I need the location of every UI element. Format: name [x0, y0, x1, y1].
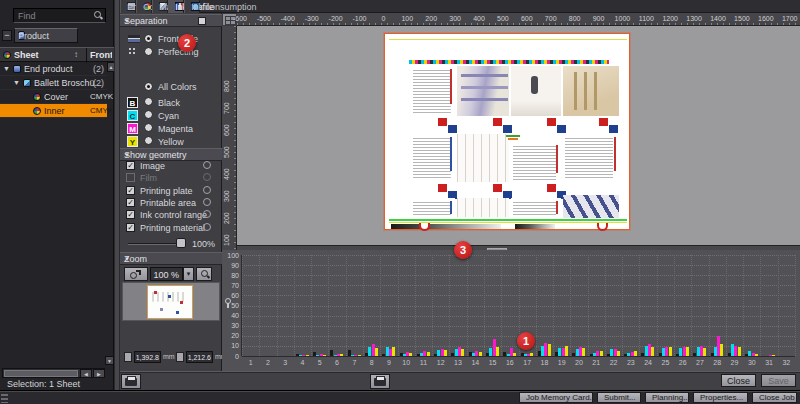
color-option-black[interactable]: BBlack	[126, 97, 222, 109]
perfecting-icon	[128, 48, 136, 56]
checkbox-printing-material[interactable]: ✓	[126, 223, 135, 232]
save-button[interactable]: Save	[761, 374, 796, 387]
zoom-level-field[interactable]: 100 %	[150, 267, 183, 281]
checkbox-printing-plate[interactable]: ✓	[126, 186, 135, 195]
section-title: Separation	[124, 16, 168, 26]
properties-button[interactable]: Properties...	[693, 392, 748, 403]
ink-bar-yellow	[375, 348, 378, 356]
close-job-button[interactable]: Close Job	[752, 392, 797, 403]
all-colors-radio[interactable]	[144, 82, 153, 91]
register-mark-blue	[557, 125, 566, 133]
column-header-sheet[interactable]: Sheet	[14, 50, 39, 60]
annotation-badge-3: 3	[454, 241, 472, 259]
column-header-front-colors[interactable]: Front C	[90, 50, 112, 60]
ink-zone-chart[interactable]: 1009080706050403020100123456789101112131…	[222, 250, 800, 371]
sheet-preview[interactable]	[384, 33, 630, 230]
close-button[interactable]: Close	[721, 374, 756, 387]
page-text-block	[411, 134, 455, 182]
tab-materials[interactable]: Materials	[152, 0, 168, 13]
geometry-option-film[interactable]: Film	[126, 173, 222, 185]
geometry-option-printing-material[interactable]: ✓Printing material	[126, 223, 222, 235]
zoom-tool-button[interactable]	[124, 267, 148, 281]
sheet-thumbnail[interactable]	[147, 285, 193, 319]
ink-bar-yellow	[479, 352, 482, 356]
geometry-option-ink-control-range[interactable]: ✓Ink control range	[126, 210, 222, 222]
tree-scroll-down-button[interactable]: ▼	[105, 356, 114, 365]
job-memory-card-button[interactable]: Job Memory Card...	[519, 392, 593, 403]
x-axis-tick-label: 27	[691, 359, 709, 366]
planning-button[interactable]: Planning...	[645, 392, 689, 403]
side-option-front-side[interactable]: Front side	[126, 34, 222, 46]
ruler-tick-label: 200	[418, 15, 444, 22]
color-radio[interactable]	[144, 136, 153, 145]
spinner-icon: ↕	[18, 31, 22, 40]
color-option-magenta[interactable]: MMagenta	[126, 123, 222, 135]
geometry-option-printing-plate[interactable]: ✓Printing plate	[126, 186, 222, 198]
zoom-level-dropdown[interactable]: ▼	[183, 267, 194, 281]
column-divider[interactable]	[86, 48, 87, 63]
sort-icon[interactable]: ↕	[74, 50, 78, 59]
sheet-preview-area[interactable]	[237, 26, 800, 245]
color-option-cyan[interactable]: CCyan	[126, 110, 222, 122]
view-selector-dropdown[interactable]: Product ↕	[14, 28, 78, 43]
color-indicator[interactable]	[203, 198, 211, 206]
x-axis-tick-label: 4	[293, 359, 311, 366]
x-axis-tick-label: 1	[242, 359, 260, 366]
tab-ink-profile[interactable]: Ink profile	[168, 0, 184, 13]
gridline-vertical	[467, 255, 468, 356]
checkbox-image[interactable]: ✓	[126, 161, 135, 170]
color-radio[interactable]	[144, 123, 153, 132]
register-mark-red	[493, 118, 502, 126]
all-colors-option[interactable]: All Colors	[126, 82, 222, 94]
color-indicator[interactable]	[203, 223, 211, 231]
product-tree-panel: − Product ↕ Sheet ↕ Front C ▼End product…	[0, 0, 114, 392]
side-radio[interactable]	[144, 34, 153, 43]
geometry-section-header[interactable]: ▼Show geometry	[120, 148, 222, 161]
tab-colors[interactable]: Colors	[136, 0, 152, 13]
side-radio[interactable]	[144, 47, 153, 56]
tree-row-count: (2)	[93, 78, 104, 88]
color-indicator[interactable]	[203, 210, 211, 218]
scroll-left-button[interactable]: ◀	[80, 369, 92, 378]
geometry-option-printable-area[interactable]: ✓Printable area	[126, 198, 222, 210]
ink-bar-yellow	[444, 350, 447, 356]
color-indicator[interactable]	[203, 186, 211, 194]
tree-row-cover[interactable]: CoverCMYK	[0, 90, 107, 104]
ink-bar-yellow	[651, 347, 654, 356]
tree-row-end-product[interactable]: ▼End product(2)	[0, 62, 107, 76]
section-title: Zoom	[124, 254, 147, 264]
side-option-perfecting[interactable]: Perfecting	[126, 47, 222, 59]
scrollbar-thumb[interactable]	[4, 370, 78, 377]
tab-ink-consumption[interactable]: Ink consumption	[184, 0, 200, 13]
print-view-button[interactable]	[121, 374, 141, 389]
gridline-vertical	[484, 255, 485, 356]
gridline-vertical	[311, 255, 312, 356]
collapse-all-button[interactable]: −	[2, 30, 12, 41]
expander-icon[interactable]: ▼	[13, 79, 20, 86]
zoom-arrow-icon	[130, 270, 139, 279]
find-input[interactable]	[16, 10, 92, 21]
opacity-slider-handle[interactable]	[176, 238, 186, 248]
color-option-yellow[interactable]: YYellow	[126, 136, 222, 148]
tab-properties[interactable]: Properties	[120, 0, 136, 13]
color-indicator[interactable]	[203, 161, 211, 169]
submit-button[interactable]: Submit...	[597, 392, 641, 403]
tree-row-ballett-brosch[interactable]: ▼Ballett Broschü...(2)	[0, 76, 107, 90]
scroll-right-button[interactable]: ▶	[93, 369, 105, 378]
ink-bar-yellow	[409, 353, 412, 356]
tree-horizontal-scrollbar[interactable]: ◀ ▶	[2, 368, 105, 378]
separation-section-header[interactable]: ▼Separation	[120, 14, 222, 27]
print-chart-button[interactable]	[370, 374, 390, 389]
checkbox-ink-control-range[interactable]: ✓	[126, 210, 135, 219]
zoom-section-header[interactable]: ▼Zoom	[120, 252, 222, 265]
geometry-option-image[interactable]: ✓Image	[126, 161, 222, 173]
tree-row-inner[interactable]: InnerCMYK	[0, 104, 107, 118]
checkbox-printable-area[interactable]: ✓	[126, 198, 135, 207]
color-radio[interactable]	[144, 97, 153, 106]
separation-checkbox[interactable]	[198, 17, 206, 25]
color-radio[interactable]	[144, 110, 153, 119]
expander-icon[interactable]: ▼	[3, 65, 10, 72]
tree-row-count: (2)	[93, 64, 104, 74]
x-coordinate-icon	[124, 352, 132, 362]
zoom-fit-button[interactable]	[196, 267, 212, 281]
